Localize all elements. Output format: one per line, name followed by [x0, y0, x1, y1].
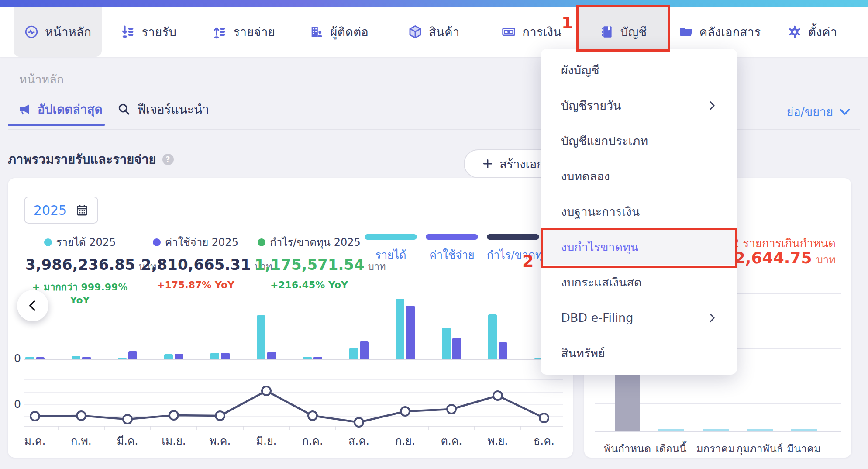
line-point-พ.ค. — [216, 411, 224, 420]
expense-bar-มี.ค. — [128, 351, 137, 359]
stat-yoy: +175.87% YoY — [141, 279, 250, 290]
dropdown-item-8[interactable]: DBD e-Filing — [541, 300, 737, 335]
help-icon[interactable]: ? — [162, 154, 174, 165]
month-label: ม.ค. — [24, 435, 45, 447]
active-tab-underline — [8, 124, 105, 126]
contacts-icon — [309, 24, 324, 39]
nav-item-5[interactable]: สินค้า — [399, 7, 468, 57]
stat-value: 1,175,571.54บาท — [255, 256, 364, 274]
megaphone-icon — [17, 102, 31, 116]
dropdown-item-7[interactable]: งบกระแสเงินสด — [541, 265, 737, 300]
legend-label: ค่าใช้จ่าย — [426, 246, 478, 263]
carousel-prev-button[interactable] — [17, 290, 48, 321]
income-bar-พ.ย. — [488, 314, 497, 359]
year-value: 2025 — [34, 203, 67, 218]
annotation-number-2: 2 — [522, 252, 534, 271]
line-point-ก.ย. — [401, 407, 410, 416]
month-label: พ.ค. — [209, 435, 231, 447]
stat-label: กำไร/ขาดทุน 2025 — [255, 234, 364, 251]
dropdown-item-4[interactable]: งบทดลอง — [541, 159, 737, 194]
nav-item-label: สินค้า — [429, 22, 460, 41]
month-label: ก.พ. — [71, 435, 92, 447]
stat-value: 3,986,236.85บาท — [25, 256, 134, 274]
income-bar-ก.พ. — [72, 356, 80, 359]
income-expense-overview-card: 2025 รายได้ 2025 3,986,236.85บาท + มากกว… — [8, 178, 573, 458]
dropdown-item-5[interactable]: งบฐานะการเงิน — [541, 194, 737, 229]
nav-item-label: หน้าหลัก — [45, 22, 91, 41]
profit-line-chart: 0ม.ค.ก.พ.มี.ค.เม.ย.พ.ค.มิ.ย.ก.ค.ส.ค.ก.ย.… — [8, 370, 573, 458]
expense-bar-ต.ค. — [452, 338, 461, 359]
dropdown-item-label: บัญชีแยกประเภท — [561, 131, 648, 150]
tab-1[interactable]: อัปเดตล่าสุด — [17, 100, 103, 119]
overdue-bar-2 — [658, 429, 684, 431]
nav-item-4[interactable]: ผู้ติดต่อ — [300, 7, 378, 57]
line-point-ต.ค. — [447, 405, 456, 414]
year-selector[interactable]: 2025 — [24, 197, 98, 224]
nav-item-label: ผู้ติดต่อ — [330, 22, 369, 41]
month-label: ก.ค. — [302, 435, 323, 447]
nav-item-label: รายจ่าย — [233, 22, 275, 41]
dropdown-item-3[interactable]: บัญชีแยกประเภท — [541, 123, 737, 159]
dropdown-item-label: สินทรัพย์ — [561, 344, 605, 362]
legend-color-bar — [487, 234, 539, 240]
dropdown-item-6[interactable]: งบกำไรขาดทุน — [541, 229, 737, 265]
stat-label: ค่าใช้จ่าย 2025 — [141, 234, 250, 251]
expense-bar-ส.ค. — [360, 341, 369, 359]
top-navigation-bar: หน้าหลักรายรับรายจ่ายผู้ติดต่อสินค้าการเ… — [0, 7, 868, 57]
breadcrumb: หน้าหลัก — [19, 70, 64, 89]
bar-chart-baseline — [24, 359, 568, 360]
settings-icon — [787, 24, 802, 39]
income-bar-ก.ย. — [396, 299, 404, 359]
month-label: เม.ย. — [162, 435, 186, 447]
legend-label: รายได้ — [365, 246, 417, 263]
line-point-ส.ค. — [355, 418, 363, 427]
nav-item-label: ตั้งค่า — [808, 22, 837, 41]
overdue-category-label: มีนาคม — [769, 440, 839, 457]
products-icon — [408, 24, 423, 39]
income-bar-ส.ค. — [349, 348, 358, 359]
dropdown-item-label: ผังบัญชี — [561, 61, 599, 79]
income-bar-เม.ย. — [164, 354, 173, 359]
expense-bar-เม.ย. — [175, 354, 183, 359]
line-axis-zero-label: 0 — [14, 398, 21, 410]
accounting-icon — [599, 24, 614, 39]
dropdown-item-label: งบทดลอง — [561, 167, 610, 186]
dropdown-item-label: บัญชีรายวัน — [561, 96, 621, 115]
stat-color-dot — [153, 238, 161, 246]
tab-label: อัปเดตล่าสุด — [38, 100, 103, 119]
income-bar-มิ.ย. — [257, 315, 265, 359]
expense-bar-ก.ย. — [406, 306, 415, 359]
chevron-right-icon — [706, 312, 718, 324]
finance-icon — [501, 24, 516, 39]
dropdown-item-1[interactable]: ผังบัญชี — [541, 52, 737, 88]
line-point-พ.ย. — [493, 391, 502, 400]
chevron-down-icon — [838, 105, 851, 118]
legend-item-1[interactable]: รายได้ — [365, 234, 417, 263]
calendar-icon — [76, 203, 89, 217]
nav-item-9[interactable]: ตั้งค่า — [775, 7, 849, 57]
nav-item-1[interactable]: หน้าหลัก — [14, 7, 102, 57]
stat-color-dot — [258, 238, 265, 246]
chevron-left-icon — [26, 299, 39, 312]
legend-item-2[interactable]: ค่าใช้จ่าย — [426, 234, 478, 263]
overdue-bar-5 — [791, 429, 817, 431]
line-point-ธ.ค. — [540, 414, 548, 422]
month-label: ธ.ค. — [534, 435, 555, 447]
nav-item-3[interactable]: รายจ่าย — [204, 7, 283, 57]
line-point-ก.ค. — [308, 411, 317, 420]
collapse-expand-toggle[interactable]: ย่อ/ขยาย — [787, 102, 851, 121]
accounting-dropdown-menu: ผังบัญชีบัญชีรายวันบัญชีแยกประเภทงบทดลอง… — [541, 49, 737, 375]
legend-color-bar — [365, 234, 417, 240]
bar-axis-zero-label: 0 — [9, 352, 21, 365]
collapse-expand-label: ย่อ/ขยาย — [787, 102, 833, 121]
income-bar-ต.ค. — [442, 328, 451, 359]
dropdown-item-2[interactable]: บัญชีรายวัน — [541, 88, 737, 123]
nav-item-label: บัญชี — [620, 22, 647, 41]
tab-2[interactable]: ฟีเจอร์แนะนำ — [117, 100, 209, 119]
stat-value: 2,810,665.31บาท — [141, 256, 250, 274]
overdue-bar-1 — [615, 373, 640, 431]
stat-block-3: กำไร/ขาดทุน 2025 1,175,571.54บาท +216.45… — [255, 234, 364, 290]
search-icon — [117, 102, 131, 116]
nav-item-2[interactable]: รายรับ — [111, 7, 186, 57]
dropdown-item-9[interactable]: สินทรัพย์ — [541, 335, 737, 371]
